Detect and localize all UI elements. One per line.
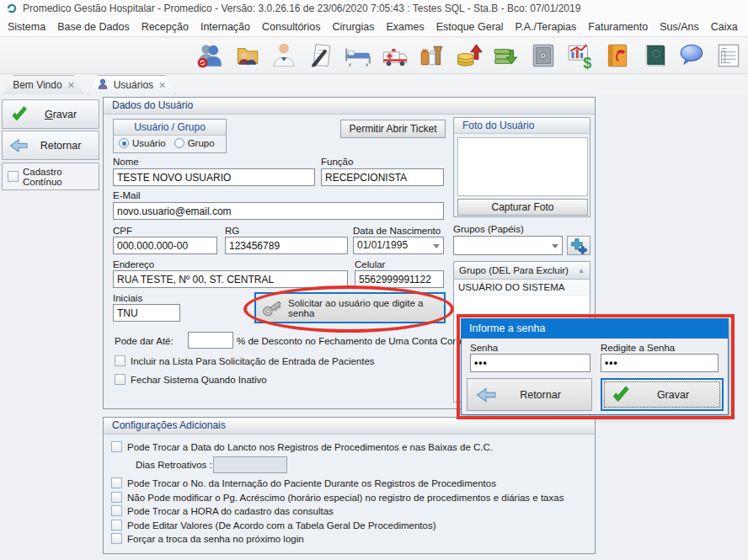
ledger-book-icon[interactable] (639, 40, 670, 71)
add-grupo-button[interactable] (567, 236, 590, 255)
senha-input[interactable] (470, 354, 590, 372)
app-window: Promedico Gestão Hospitalar - Promedico … (0, 0, 748, 560)
data-nascimento-value: 01/01/1995 (357, 239, 408, 251)
grupo-list-header-label: Grupo (DEL Para Excluir) (459, 265, 569, 275)
arrow-left-icon (9, 136, 29, 156)
cpf-input[interactable] (113, 237, 217, 254)
menu-caixa[interactable]: Caixa (705, 21, 744, 33)
solicitar-senha-button[interactable]: Solicitar ao usuário que digite a senha (254, 292, 446, 323)
tab-usuarios-close-icon[interactable]: ✕ (158, 81, 166, 90)
iniciais-input[interactable] (113, 304, 180, 322)
foto-preview (457, 137, 588, 196)
menu-base-de-dados[interactable]: Base de Dados (51, 21, 135, 33)
trocar-hora-checkbox[interactable] (111, 505, 122, 516)
menu-consultorios[interactable]: Consultórios (256, 21, 326, 33)
permitir-abrir-ticket-button[interactable]: Permitir Abrir Ticket (340, 120, 446, 138)
usuario-grupo-panel: Usuário / Grupo Usuário Grupo (113, 119, 227, 153)
editar-valores-label: Pode Editar Valores (De Acordo com a Tab… (127, 520, 435, 531)
informe-senha-dialog: Informe a senha Senha Redigite a Senha R… (461, 318, 729, 415)
endereco-input[interactable] (113, 270, 348, 288)
nome-input[interactable] (113, 168, 315, 186)
financial-charts-icon[interactable]: $ (565, 40, 596, 71)
check-icon (9, 104, 29, 125)
rg-label: RG (225, 226, 239, 236)
redigite-senha-input[interactable] (601, 354, 719, 372)
prescription-icon[interactable] (306, 40, 336, 71)
incluir-lista-checkbox[interactable] (115, 355, 126, 366)
configuracoes-adicionais-header: Configurações Adicionais (104, 418, 595, 435)
tab-bem-vindo[interactable]: Bem Vindo ✕ (3, 75, 84, 94)
user-icon (97, 78, 109, 93)
email-input[interactable] (113, 202, 444, 220)
grupos-papeis-combo[interactable] (453, 236, 563, 255)
retornar-button[interactable]: Retornar (2, 131, 99, 160)
pharmacy-stock-icon[interactable] (417, 40, 447, 71)
redigite-senha-label: Redigite a Senha (601, 343, 675, 353)
solicitar-senha-label: Solicitar ao usuário que digite a senha (288, 298, 441, 318)
nao-modificar-pg-label: Não Pode modificar o Pg. Acréscimo (horá… (127, 493, 564, 503)
sort-asc-icon: ▲ (578, 267, 585, 275)
arrow-left-icon (476, 384, 498, 406)
menu-administracao[interactable]: Administra (744, 21, 748, 33)
menu-faturamento[interactable]: Faturamento (582, 21, 654, 33)
capturar-foto-button[interactable]: Capturar Foto (457, 199, 588, 216)
trocar-no-internacao-checkbox[interactable] (111, 477, 122, 488)
desconto-suffix-label: % de Desconto no Fechamento de Uma Conta… (237, 336, 478, 346)
dialog-retornar-button[interactable]: Retornar (467, 378, 592, 411)
cpf-label: CPF (113, 226, 132, 236)
key-icon (259, 296, 285, 321)
users-icon[interactable] (195, 40, 225, 71)
payments-down-icon[interactable] (491, 40, 521, 71)
dialog-gravar-button[interactable]: Gravar (601, 378, 724, 411)
funcao-input[interactable] (321, 168, 444, 186)
retornar-label: Retornar (29, 140, 92, 152)
dados-usuario-header: Dados do Usuário (104, 98, 595, 115)
chat-icon[interactable] (676, 40, 707, 71)
trocar-no-internacao-label: Pode Trocar o No. da Internação do Pacie… (127, 478, 496, 488)
title-bar: Promedico Gestão Hospitalar - Promedico … (0, 0, 748, 17)
doctor-icon[interactable] (269, 40, 299, 71)
fechar-sistema-checkbox[interactable] (115, 374, 126, 385)
grupos-papeis-label: Grupos (Papéis) (453, 224, 524, 234)
menu-exames[interactable]: Exames (381, 21, 430, 33)
grupo-list-item[interactable]: USUÁRIO DO SISTEMA (454, 280, 590, 296)
tab-usuarios[interactable]: Usuários ✕ (88, 75, 175, 94)
hospital-bed-icon[interactable] (343, 40, 373, 71)
menu-estoque-geral[interactable]: Estoque Geral (430, 21, 510, 33)
menu-pa-terapias[interactable]: P.A./Terapias (510, 21, 583, 33)
nao-modificar-pg-checkbox[interactable] (111, 492, 122, 503)
gravar-button[interactable]: Gravar (2, 99, 99, 129)
editar-valores-checkbox[interactable] (111, 520, 122, 531)
tab-bem-vindo-close-icon[interactable]: ✕ (67, 81, 75, 90)
desconto-input[interactable] (188, 332, 233, 349)
cadastro-continuo-checkbox[interactable] (8, 171, 19, 182)
ambulance-icon[interactable] (380, 40, 410, 71)
email-label: E-Mail (113, 190, 141, 200)
patient-records-icon[interactable] (232, 40, 262, 71)
radio-grupo[interactable] (174, 138, 184, 148)
incluir-lista-row: Incluir na Lista Para Solicitação de Ent… (115, 355, 375, 367)
grupo-list-header[interactable]: Grupo (DEL Para Excluir) ▲ (454, 262, 590, 280)
phone-book-icon[interactable] (602, 40, 633, 71)
config-row: Forçar a troca da senha no próximo login (111, 532, 304, 545)
menu-sus-ans[interactable]: Sus/Ans (654, 21, 705, 33)
radio-usuario[interactable] (119, 138, 129, 148)
reports-form-icon[interactable] (713, 40, 744, 71)
svg-text:$: $ (583, 55, 591, 70)
menu-cirurgias[interactable]: Cirurgias (327, 21, 381, 33)
tab-usuarios-label: Usuários (114, 79, 153, 91)
menu-bar: Sistema Base de Dados Recepção Internaçã… (0, 17, 748, 37)
nome-label: Nome (113, 157, 139, 167)
safe-icon[interactable] (528, 40, 558, 71)
iniciais-label: Iniciais (113, 293, 142, 303)
forcar-troca-senha-checkbox[interactable] (111, 533, 122, 544)
revenue-up-icon[interactable] (454, 40, 484, 71)
chevron-down-icon (433, 244, 440, 248)
trocar-data-lancto-checkbox[interactable] (111, 441, 122, 452)
celular-input[interactable] (355, 270, 444, 288)
menu-recepcao[interactable]: Recepção (136, 21, 195, 33)
menu-internacao[interactable]: Internação (195, 21, 256, 33)
menu-sistema[interactable]: Sistema (2, 21, 51, 33)
data-nascimento-combo[interactable]: 01/01/1995 (353, 237, 444, 254)
rg-input[interactable] (225, 237, 348, 254)
